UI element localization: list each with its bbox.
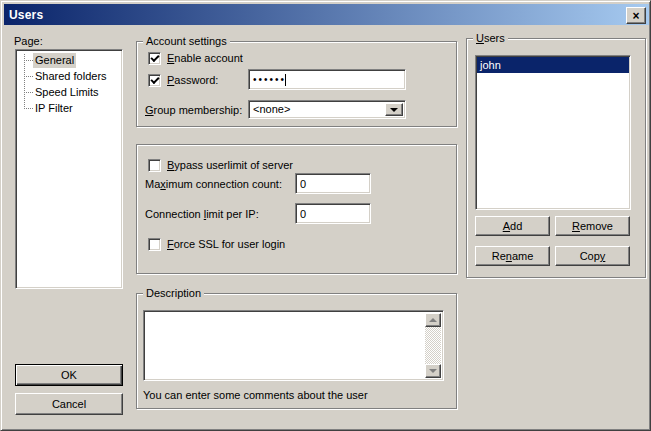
password-input[interactable]: •••••• [248, 69, 406, 90]
users-group: Users john Add Remove Rename Copy [466, 38, 646, 278]
up-arrow-glyph [429, 318, 437, 322]
tree-item-shared-folders[interactable]: Shared folders [16, 68, 122, 84]
user-name: john [480, 59, 501, 71]
check-icon [150, 75, 159, 84]
max-connection-input[interactable] [295, 173, 371, 194]
ok-button[interactable]: OK [15, 364, 123, 386]
password-label: Password: [167, 74, 218, 87]
scrollbar-track[interactable] [425, 327, 441, 364]
description-group: Description You can enter some comments … [136, 293, 457, 409]
group-membership-label: Group membership: [145, 104, 242, 117]
close-icon: × [632, 11, 639, 21]
description-group-title: Description [143, 287, 204, 300]
tree-item-label: IP Filter [33, 101, 75, 116]
group-membership-value: <none> [253, 103, 290, 116]
description-hint: You can enter some comments about the us… [143, 389, 368, 402]
text-caret [285, 74, 286, 86]
page-label: Page: [14, 35, 43, 48]
ok-button-label: OK [61, 369, 77, 381]
tree-item-general[interactable]: General [16, 52, 122, 68]
scroll-up-icon[interactable] [425, 313, 441, 327]
rename-user-button-label: Rename [492, 250, 534, 262]
users-listbox[interactable]: john [475, 55, 631, 210]
users-dialog-window: Users × Page: General Shared folders Spe… [0, 0, 651, 431]
password-masked-value: •••••• [253, 75, 286, 85]
down-arrow-glyph [429, 369, 437, 373]
connection-per-ip-input[interactable] [295, 203, 371, 224]
title-bar: Users × [4, 4, 649, 25]
users-group-title: Users [473, 32, 508, 45]
scroll-down-icon[interactable] [425, 364, 441, 378]
password-checkbox[interactable] [148, 74, 161, 87]
bypass-userlimit-label: Bypass userlimit of server [167, 159, 293, 172]
force-ssl-label: Force SSL for user login [167, 238, 285, 251]
copy-user-button-label: Copy [580, 250, 606, 262]
account-settings-group-title: Account settings [143, 35, 230, 48]
page-tree[interactable]: General Shared folders Speed Limits IP F… [15, 49, 123, 289]
remove-user-button-label: Remove [572, 220, 613, 232]
description-textarea[interactable] [143, 310, 444, 381]
tree-item-speed-limits[interactable]: Speed Limits [16, 84, 122, 100]
chevron-down-icon[interactable] [385, 103, 403, 116]
window-title: Users [4, 8, 43, 22]
connection-limits-group: Bypass userlimit of server Maximum conne… [136, 144, 457, 274]
add-user-button[interactable]: Add [475, 216, 550, 236]
copy-user-button[interactable]: Copy [555, 246, 630, 266]
max-connection-label: Maximum connection count: [145, 178, 282, 191]
account-settings-group: Account settings Enable account Password… [136, 41, 457, 127]
tree-item-label: Shared folders [33, 69, 109, 84]
remove-user-button[interactable]: Remove [555, 216, 630, 236]
close-button[interactable]: × [626, 7, 646, 24]
tree-item-label: General [33, 53, 76, 68]
add-user-button-label: Add [503, 220, 523, 232]
rename-user-button[interactable]: Rename [475, 246, 550, 266]
enable-account-label: Enable account [167, 52, 243, 65]
cancel-button-label: Cancel [52, 398, 86, 410]
connection-per-ip-label: Connection limit per IP: [145, 208, 259, 221]
description-scrollbar[interactable] [425, 313, 441, 378]
tree-item-label: Speed Limits [33, 85, 101, 100]
force-ssl-checkbox[interactable] [148, 238, 161, 251]
enable-account-checkbox[interactable] [148, 52, 161, 65]
check-icon [150, 53, 159, 62]
user-list-item[interactable]: john [477, 57, 629, 73]
group-membership-select[interactable]: <none> [248, 100, 406, 119]
cancel-button[interactable]: Cancel [15, 393, 123, 415]
down-arrow-glyph [390, 108, 398, 112]
bypass-userlimit-checkbox[interactable] [148, 159, 161, 172]
tree-item-ip-filter[interactable]: IP Filter [16, 100, 122, 116]
